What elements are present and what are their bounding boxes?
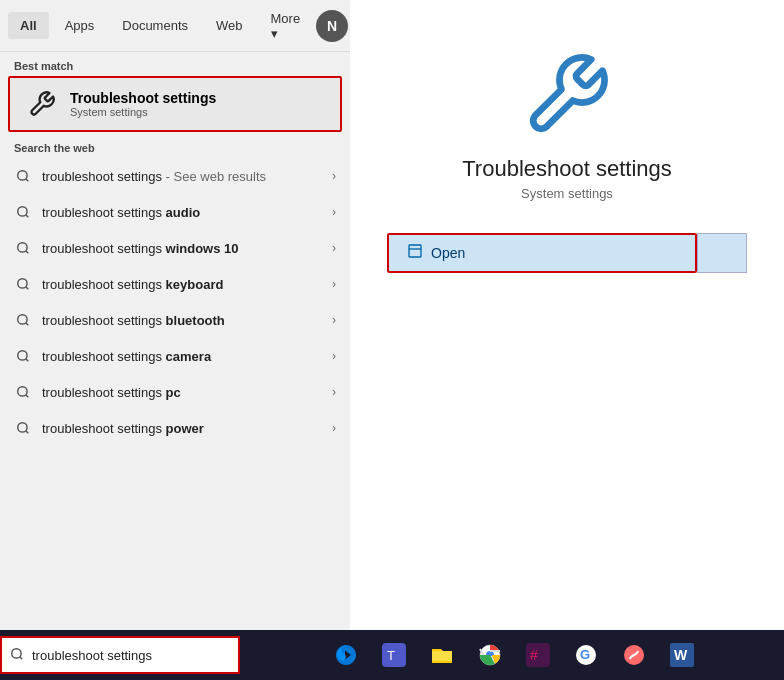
result-text: troubleshoot settings - See web results (42, 169, 332, 184)
svg-line-19 (20, 656, 23, 659)
taskbar-search[interactable]: troubleshoot settings (0, 636, 240, 674)
svg-line-9 (26, 323, 29, 326)
best-match-item[interactable]: Troubleshoot settings System settings (8, 76, 342, 132)
open-button-extended[interactable] (697, 233, 747, 273)
taskbar-icon-slack[interactable]: # (517, 634, 559, 676)
svg-line-3 (26, 215, 29, 218)
tabs-bar: All Apps Documents Web More ▾ N ··· ✕ (0, 0, 350, 52)
taskbar-search-text: troubleshoot settings (32, 648, 152, 663)
best-match-subtitle: System settings (70, 106, 216, 118)
open-button[interactable]: Open (387, 233, 697, 273)
chevron-right-icon: › (332, 205, 336, 219)
open-label: Open (431, 245, 465, 261)
tab-documents[interactable]: Documents (110, 12, 200, 39)
svg-line-7 (26, 287, 29, 290)
chevron-right-icon: › (332, 241, 336, 255)
app-title: Troubleshoot settings (462, 156, 672, 182)
list-item[interactable]: troubleshoot settings power › (0, 410, 350, 446)
svg-text:G: G (580, 647, 590, 662)
chevron-right-icon: › (332, 421, 336, 435)
chevron-right-icon: › (332, 277, 336, 291)
search-icon (14, 383, 32, 401)
list-item[interactable]: troubleshoot settings windows 10 › (0, 230, 350, 266)
taskbar-icon-google[interactable]: G (565, 634, 607, 676)
taskbar-icon-edge[interactable] (325, 634, 367, 676)
taskbar-icon-teams[interactable]: T (373, 634, 415, 676)
search-icon (14, 275, 32, 293)
svg-point-4 (18, 243, 27, 252)
svg-point-2 (18, 207, 27, 216)
svg-line-1 (26, 179, 29, 182)
tab-more[interactable]: More ▾ (259, 5, 313, 47)
list-item[interactable]: troubleshoot settings - See web results … (0, 158, 350, 194)
result-text: troubleshoot settings pc (42, 385, 332, 400)
result-text: troubleshoot settings keyboard (42, 277, 332, 292)
svg-point-6 (18, 279, 27, 288)
taskbar-icon-word[interactable]: W (661, 634, 703, 676)
svg-text:#: # (530, 647, 538, 663)
tab-web[interactable]: Web (204, 12, 255, 39)
taskbar-icon-paint[interactable] (613, 634, 655, 676)
search-icon (14, 347, 32, 365)
taskbar: troubleshoot settings T # G (0, 630, 784, 680)
svg-point-8 (18, 315, 27, 324)
app-icon-large (522, 50, 612, 140)
best-match-label: Best match (0, 52, 350, 76)
result-text: troubleshoot settings bluetooth (42, 313, 332, 328)
svg-rect-16 (409, 245, 421, 257)
tab-apps[interactable]: Apps (53, 12, 107, 39)
list-item[interactable]: troubleshoot settings bluetooth › (0, 302, 350, 338)
svg-text:W: W (674, 647, 688, 663)
search-icon (14, 311, 32, 329)
taskbar-search-icon (10, 647, 24, 664)
chevron-right-icon: › (332, 169, 336, 183)
result-text: troubleshoot settings windows 10 (42, 241, 332, 256)
best-match-text: Troubleshoot settings System settings (70, 90, 216, 118)
open-window-icon (407, 243, 423, 263)
result-text: troubleshoot settings power (42, 421, 332, 436)
avatar[interactable]: N (316, 10, 348, 42)
result-text: troubleshoot settings audio (42, 205, 332, 220)
list-item[interactable]: troubleshoot settings camera › (0, 338, 350, 374)
search-icon (14, 203, 32, 221)
taskbar-icons: T # G W (244, 634, 784, 676)
svg-line-11 (26, 359, 29, 362)
svg-line-15 (26, 431, 29, 434)
chevron-right-icon: › (332, 385, 336, 399)
taskbar-icon-explorer[interactable] (421, 634, 463, 676)
list-item[interactable]: troubleshoot settings keyboard › (0, 266, 350, 302)
svg-line-5 (26, 251, 29, 254)
list-item[interactable]: troubleshoot settings audio › (0, 194, 350, 230)
right-panel: Troubleshoot settings System settings Op… (350, 0, 784, 630)
svg-point-14 (18, 423, 27, 432)
search-web-label: Search the web (0, 132, 350, 158)
best-match-title: Troubleshoot settings (70, 90, 216, 106)
list-item[interactable]: troubleshoot settings pc › (0, 374, 350, 410)
search-icon (14, 239, 32, 257)
result-text: troubleshoot settings camera (42, 349, 332, 364)
search-icon (14, 419, 32, 437)
app-subtitle: System settings (521, 186, 613, 201)
wrench-icon (24, 86, 60, 122)
svg-point-12 (18, 387, 27, 396)
svg-line-13 (26, 395, 29, 398)
search-icon (14, 167, 32, 185)
svg-text:T: T (387, 648, 395, 663)
tab-all[interactable]: All (8, 12, 49, 39)
svg-point-0 (18, 171, 27, 180)
chevron-right-icon: › (332, 349, 336, 363)
open-button-container: Open (387, 233, 747, 273)
taskbar-icon-chrome[interactable] (469, 634, 511, 676)
svg-point-18 (12, 648, 21, 657)
chevron-right-icon: › (332, 313, 336, 327)
svg-point-10 (18, 351, 27, 360)
